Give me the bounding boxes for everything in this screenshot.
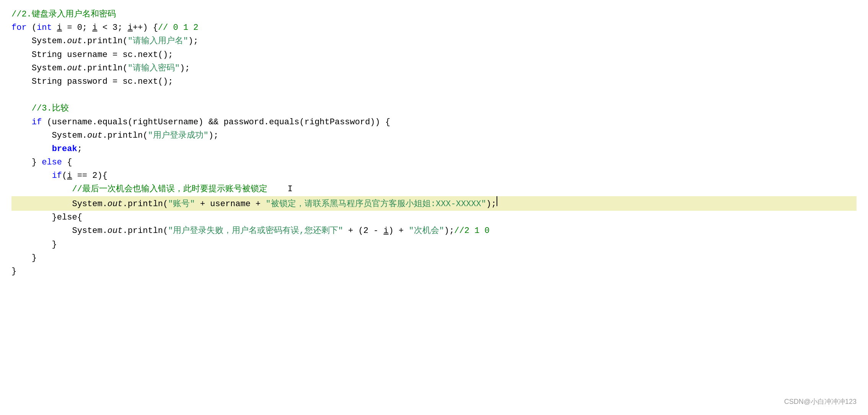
- code-token: "被锁定，请联系黑马程序员官方客服小姐姐:XXX-XXXXX": [266, 197, 486, 211]
- code-token: [11, 116, 32, 129]
- code-token: }: [11, 156, 42, 169]
- code-line-6: String password = sc.next();: [11, 75, 857, 88]
- watermark: CSDN@小白冲冲冲123: [784, 396, 857, 407]
- code-token: {: [62, 156, 72, 169]
- code-token: String: [32, 48, 62, 62]
- code-token: );: [486, 197, 496, 211]
- code-token: <: [97, 21, 112, 34]
- code-token: + username +: [195, 197, 266, 211]
- code-token: ==: [72, 169, 92, 182]
- code-token: "用户登录失败，用户名或密码有误,您还剩下": [168, 224, 343, 238]
- code-token: "请输入密码": [128, 62, 180, 75]
- code-token: [11, 182, 72, 196]
- code-line-8: //3.比较: [11, 102, 857, 115]
- code-token: .println(: [82, 62, 128, 75]
- code-line-2: for (int i = 0; i < 3; i++) {// 0 1 2: [11, 21, 857, 34]
- code-token: (: [27, 21, 37, 34]
- code-line-1: //2.键盘录入用户名和密码: [11, 8, 857, 21]
- code-token: 2: [92, 169, 97, 182]
- code-token: username = sc.next();: [62, 48, 173, 62]
- code-line-4: String username = sc.next();: [11, 48, 857, 62]
- text-cursor: [497, 196, 497, 206]
- code-token: ++) {: [133, 21, 158, 34]
- code-token: System.: [11, 224, 107, 238]
- code-token: System.: [11, 62, 67, 75]
- code-lines: //2.键盘录入用户名和密码for (int i = 0; i < 3; i++…: [11, 8, 857, 278]
- code-token: I: [267, 182, 293, 196]
- code-token: out: [107, 197, 123, 211]
- code-token: [52, 21, 57, 34]
- code-token: );: [208, 129, 218, 142]
- code-token: [11, 142, 52, 156]
- code-token: String: [32, 75, 62, 88]
- code-token: if: [32, 116, 42, 129]
- code-token: .println(: [103, 129, 148, 142]
- code-token: out: [87, 129, 103, 142]
- code-token: 0: [77, 21, 82, 34]
- code-token: if: [52, 169, 62, 182]
- code-token: ) +: [389, 224, 409, 238]
- code-token: int: [37, 21, 52, 34]
- code-line-16: }else{: [11, 211, 857, 224]
- code-token: for: [11, 21, 27, 34]
- code-line-3: System.out.println("请输入用户名");: [11, 34, 857, 48]
- code-token: ;: [117, 21, 127, 34]
- code-token: 3: [112, 21, 117, 34]
- code-token: i: [384, 224, 389, 238]
- code-token: }: [11, 238, 57, 251]
- code-line-20: }: [11, 265, 857, 278]
- code-token: out: [67, 62, 82, 75]
- code-token: //2.键盘录入用户名和密码: [11, 8, 116, 21]
- code-line-13: if(i == 2){: [11, 169, 857, 182]
- code-line-7: [11, 88, 857, 102]
- code-token: "账号": [168, 197, 195, 211]
- code-token: password = sc.next();: [62, 75, 173, 88]
- code-token: ;: [82, 21, 92, 34]
- code-token: [11, 75, 32, 88]
- code-token: );: [180, 62, 190, 75]
- code-line-18: }: [11, 238, 857, 251]
- code-token: + (: [343, 224, 363, 238]
- code-token: [11, 48, 32, 62]
- code-token: }else{: [11, 211, 82, 224]
- code-token: "请输入用户名": [128, 34, 188, 48]
- code-line-10: System.out.println("用户登录成功");: [11, 129, 857, 142]
- code-token: ){: [97, 169, 107, 182]
- code-token: .println(: [122, 224, 168, 238]
- code-line-12: } else {: [11, 156, 857, 169]
- code-token: //最后一次机会也输入错误，此时要提示账号被锁定: [72, 182, 267, 196]
- code-token: .println(: [122, 197, 168, 211]
- code-line-5: System.out.println("请输入密码");: [11, 62, 857, 75]
- code-token: out: [107, 224, 123, 238]
- code-token: i: [128, 21, 133, 34]
- code-line-9: if (username.equals(rightUsername) && pa…: [11, 116, 857, 129]
- code-token: [11, 169, 52, 182]
- code-line-14: //最后一次机会也输入错误，此时要提示账号被锁定 I: [11, 182, 857, 196]
- code-token: (: [62, 169, 67, 182]
- code-token: }: [11, 265, 16, 278]
- code-token: i: [92, 21, 97, 34]
- code-token: i: [67, 169, 72, 182]
- code-token: );: [188, 34, 198, 48]
- code-token: System.: [11, 129, 87, 142]
- code-token: //3.比较: [32, 102, 69, 115]
- code-line-17: System.out.println("用户登录失败，用户名或密码有误,您还剩下…: [11, 224, 857, 238]
- code-token: "用户登录成功": [148, 129, 208, 142]
- code-line-15: System.out.println("账号" + username + "被锁…: [11, 196, 857, 211]
- code-line-11: break;: [11, 142, 857, 156]
- code-token: i: [57, 21, 62, 34]
- code-token: System.: [11, 197, 107, 211]
- code-token: "次机会": [409, 224, 444, 238]
- code-token: out: [67, 34, 82, 48]
- code-line-19: }: [11, 251, 857, 265]
- code-token: else: [42, 156, 62, 169]
- code-token: 2: [363, 224, 368, 238]
- code-token: ;: [77, 142, 82, 156]
- code-token: break: [52, 142, 77, 156]
- code-token: .println(: [82, 34, 128, 48]
- code-token: // 0 1 2: [158, 21, 199, 34]
- code-token: //2 1 0: [454, 224, 489, 238]
- code-token: [11, 102, 32, 115]
- code-token: (username.equals(rightUsername) && passw…: [42, 116, 390, 129]
- code-token: =: [62, 21, 77, 34]
